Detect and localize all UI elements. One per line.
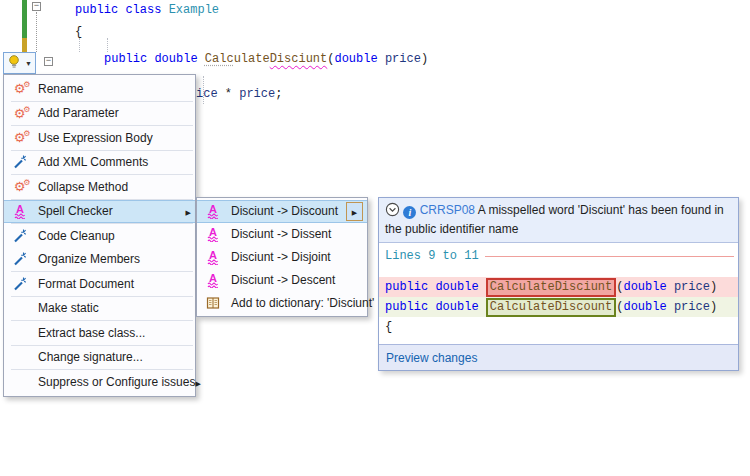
indent-guide <box>79 38 80 52</box>
menu-item-code-cleanup[interactable]: Code Cleanup <box>4 224 195 248</box>
menu-item-add-parameter[interactable]: ⚙⚙Add Parameter <box>4 102 195 126</box>
lightbulb-icon <box>7 54 22 73</box>
submenu-arrow-icon <box>186 204 191 218</box>
menu-item-label: Change signature... <box>38 350 143 364</box>
menu-item-spell-checker[interactable]: ASpell Checker <box>4 200 195 224</box>
gear-icon-slot: ⚙⚙ <box>11 179 28 195</box>
menu-item-disciunt-descent[interactable]: ADisciunt -> Descent <box>197 268 367 291</box>
menu-item-label: Add XML Comments <box>38 155 148 169</box>
collapse-chevron-icon[interactable] <box>385 206 403 220</box>
gear-icon: ⚙⚙ <box>14 82 26 95</box>
empty-icon-slot <box>11 325 28 341</box>
svg-text:A: A <box>209 226 217 238</box>
wand-icon <box>12 276 28 292</box>
dictionary-icon <box>205 295 221 311</box>
menu-item-label: Disciunt -> Dissent <box>231 227 331 241</box>
wand-icon-slot <box>11 154 28 170</box>
menu-item-label: Disciunt -> Disjoint <box>231 250 331 264</box>
fold-toggle-method[interactable] <box>44 57 53 66</box>
fold-toggle-class[interactable] <box>32 2 41 11</box>
wand-icon-slot <box>11 228 28 244</box>
submenu-arrow-icon <box>352 204 357 218</box>
spell-check-icon: A <box>205 226 221 242</box>
menu-item-disciunt-discount[interactable]: ADisciunt -> Discount <box>197 200 367 223</box>
menu-item-disciunt-dissent[interactable]: ADisciunt -> Dissent <box>197 223 367 246</box>
expand-options-button[interactable] <box>346 202 363 221</box>
menu-item-add-to-dictionary-disciunt[interactable]: Add to dictionary: 'Disciunt' <box>197 291 367 314</box>
menu-item-extract-base-class[interactable]: Extract base class... <box>4 321 195 345</box>
menu-item-organize-members[interactable]: Organize Members <box>4 248 195 272</box>
menu-item-add-xml-comments[interactable]: Add XML Comments <box>4 151 195 175</box>
code-editor: public class Example { public double Cal… <box>0 0 750 476</box>
lines-range-label: Lines 9 to 11 <box>385 248 479 264</box>
code-line-class-declaration: public class Example <box>75 2 219 18</box>
menu-item-collapse-method[interactable]: ⚙⚙Collapse Method <box>4 175 195 199</box>
empty-icon-slot <box>11 300 28 316</box>
menu-item-label: Collapse Method <box>38 180 128 194</box>
menu-item-label: Add to dictionary: 'Disciunt' <box>231 296 374 310</box>
menu-item-label: Make static <box>38 301 99 315</box>
rule-code-link[interactable]: CRRSP08 <box>420 203 475 217</box>
code-change-preview: public double CalculateDisciunt(double p… <box>379 277 738 337</box>
wand-icon-slot <box>11 276 28 292</box>
menu-item-label: Add Parameter <box>38 106 119 120</box>
empty-icon-slot <box>11 374 28 390</box>
quick-actions-button[interactable]: ▼ <box>3 52 36 74</box>
book-icon-slot <box>204 295 221 311</box>
spell-check-icon: A <box>12 203 28 219</box>
spell-check-icon: A <box>205 203 221 219</box>
menu-item-label: Rename <box>38 82 83 96</box>
lines-range-row: Lines 9 to 11 <box>379 243 738 264</box>
menu-item-format-document[interactable]: Format Document <box>4 272 195 296</box>
menu-item-label: Format Document <box>38 277 134 291</box>
menu-item-label: Organize Members <box>38 252 140 266</box>
change-bar-saved <box>22 0 27 38</box>
preview-code-line: public double CalculateDisciunt(double p… <box>379 277 738 297</box>
gear-icon: ⚙⚙ <box>14 131 26 144</box>
menu-item-change-signature[interactable]: Change signature... <box>4 346 195 370</box>
issue-header: i CRRSP08 A misspelled word 'Disciunt' h… <box>379 198 738 243</box>
issue-preview-panel: i CRRSP08 A misspelled word 'Disciunt' h… <box>378 197 739 371</box>
menu-item-rename[interactable]: ⚙⚙Rename <box>4 77 195 101</box>
svg-text:A: A <box>209 272 217 284</box>
chevron-down-icon: ▼ <box>25 60 32 67</box>
preview-code-line: public double CalculateDiscount(double p… <box>379 297 738 317</box>
gear-icon: ⚙⚙ <box>14 180 26 193</box>
empty-icon-slot <box>11 349 28 365</box>
quick-actions-menu: ⚙⚙Rename⚙⚙Add Parameter⚙⚙Use Expression … <box>3 74 196 397</box>
info-icon: i <box>403 206 416 219</box>
gear-icon-slot: ⚙⚙ <box>11 130 28 146</box>
wand-icon <box>12 154 28 170</box>
spell-check-icon: A <box>205 272 221 288</box>
spell-icon-slot: A <box>204 203 221 219</box>
menu-item-use-expression-body[interactable]: ⚙⚙Use Expression Body <box>4 126 195 150</box>
menu-item-label: Disciunt -> Descent <box>231 273 335 287</box>
fold-guide-line <box>36 12 37 52</box>
preview-code-line: { <box>379 317 738 337</box>
wand-icon <box>12 251 28 267</box>
menu-item-label: Suppress or Configure issues <box>38 375 195 389</box>
menu-item-disciunt-disjoint[interactable]: ADisciunt -> Disjoint <box>197 246 367 269</box>
gear-icon-slot: ⚙⚙ <box>11 81 28 97</box>
spell-icon-slot: A <box>204 249 221 265</box>
preview-changes-link[interactable]: Preview changes <box>386 351 477 365</box>
menu-item-label: Extract base class... <box>38 326 145 340</box>
spell-checker-submenu: ADisciunt -> DiscountADisciunt -> Dissen… <box>196 197 368 317</box>
lines-rule-divider <box>485 256 734 257</box>
submenu-arrow-icon <box>195 375 200 389</box>
menu-item-make-static[interactable]: Make static <box>4 297 195 321</box>
svg-text:A: A <box>209 203 217 215</box>
gear-icon: ⚙⚙ <box>14 107 26 120</box>
svg-text:A: A <box>209 249 217 261</box>
menu-item-suppress-or-configure-issues[interactable]: Suppress or Configure issues <box>4 370 195 394</box>
menu-item-label: Code Cleanup <box>38 229 115 243</box>
code-line-open-brace: { <box>75 24 82 40</box>
menu-item-label: Spell Checker <box>38 204 113 218</box>
spell-icon-slot: A <box>11 203 28 219</box>
indent-guide <box>107 38 108 52</box>
wand-icon-slot <box>11 251 28 267</box>
gear-icon-slot: ⚙⚙ <box>11 105 28 121</box>
code-line-return-statement: ice * price; <box>196 86 282 102</box>
spell-icon-slot: A <box>204 272 221 288</box>
panel-footer: Preview changes <box>379 344 738 370</box>
